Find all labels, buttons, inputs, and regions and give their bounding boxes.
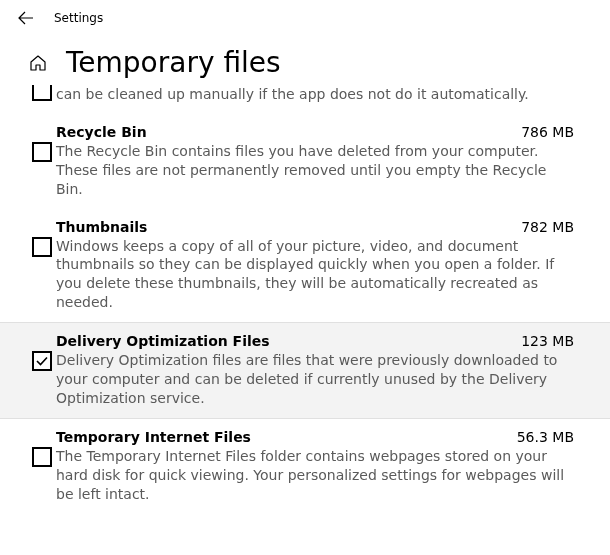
titlebar: Settings	[0, 0, 610, 36]
item-size: 786 MB	[521, 124, 574, 140]
item-title: Recycle Bin	[56, 124, 147, 140]
item-body: Delivery Optimization Files123 MBDeliver…	[56, 333, 574, 408]
list-item: can be cleaned up manually if the app do…	[0, 87, 610, 114]
item-body: Thumbnails782 MBWindows keeps a copy of …	[56, 219, 574, 313]
item-checkbox[interactable]	[32, 447, 52, 467]
item-body: can be cleaned up manually if the app do…	[56, 87, 574, 104]
arrow-left-icon	[18, 10, 34, 26]
item-description: Delivery Optimization files are files th…	[56, 351, 574, 408]
item-description: The Temporary Internet Files folder cont…	[56, 447, 574, 504]
item-header: Delivery Optimization Files123 MB	[56, 333, 574, 349]
item-checkbox[interactable]	[32, 351, 52, 371]
item-size: 56.3 MB	[517, 429, 574, 445]
item-checkbox[interactable]	[32, 237, 52, 257]
item-title: Temporary Internet Files	[56, 429, 251, 445]
item-body: Temporary Internet Files56.3 MBThe Tempo…	[56, 429, 574, 504]
list-item: Delivery Optimization Files123 MBDeliver…	[0, 322, 610, 419]
item-title: Thumbnails	[56, 219, 147, 235]
item-body: Recycle Bin786 MBThe Recycle Bin contain…	[56, 124, 574, 199]
item-header: Temporary Internet Files56.3 MB	[56, 429, 574, 445]
item-description: The Recycle Bin contains files you have …	[56, 142, 574, 199]
item-size: 123 MB	[521, 333, 574, 349]
item-checkbox[interactable]	[32, 85, 52, 101]
item-header: Recycle Bin786 MB	[56, 124, 574, 140]
back-button[interactable]	[8, 0, 44, 36]
app-title: Settings	[54, 11, 103, 25]
page-title: Temporary files	[66, 46, 281, 79]
check-icon	[35, 354, 49, 368]
list-item: Temporary Internet Files56.3 MBThe Tempo…	[0, 419, 610, 514]
item-checkbox[interactable]	[32, 142, 52, 162]
list-item: Thumbnails782 MBWindows keeps a copy of …	[0, 209, 610, 323]
list-item: Recycle Bin786 MBThe Recycle Bin contain…	[0, 114, 610, 209]
temp-files-list: can be cleaned up manually if the app do…	[0, 87, 610, 513]
header: Temporary files	[0, 36, 610, 79]
item-description: can be cleaned up manually if the app do…	[56, 85, 574, 104]
item-size: 782 MB	[521, 219, 574, 235]
home-button[interactable]	[24, 49, 52, 77]
item-header: Thumbnails782 MB	[56, 219, 574, 235]
home-icon	[29, 54, 47, 72]
item-description: Windows keeps a copy of all of your pict…	[56, 237, 574, 313]
item-title: Delivery Optimization Files	[56, 333, 270, 349]
